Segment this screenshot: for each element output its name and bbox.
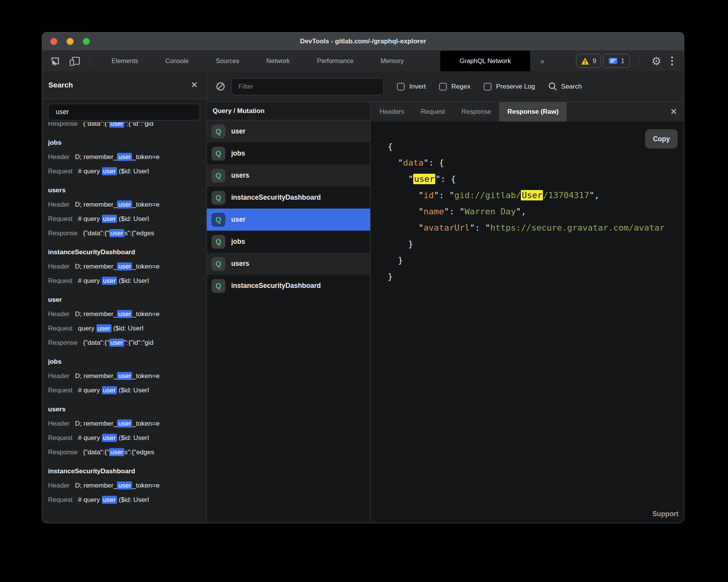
search-result-row[interactable]: Request# query user ($id: UserI xyxy=(48,431,206,445)
search-result-text: {"data":{" xyxy=(83,122,109,127)
support-link[interactable]: Support xyxy=(652,510,678,518)
tab-network[interactable]: Network xyxy=(266,57,290,65)
warnings-badge[interactable]: 9 xyxy=(576,54,601,68)
search-result-text: D; remember_ xyxy=(75,372,117,380)
tab-sources[interactable]: Sources xyxy=(216,57,239,65)
tab-elements[interactable]: Elements xyxy=(112,57,138,65)
detail-tab-response-raw-[interactable]: Response (Raw) xyxy=(499,102,567,122)
query-item[interactable]: Qjobs xyxy=(207,231,370,253)
query-type-badge: Q xyxy=(211,147,225,161)
filter-checkboxes: InvertRegexPreserve Log xyxy=(384,83,535,91)
inspect-element-icon[interactable] xyxy=(50,56,61,67)
search-result-row[interactable]: Response{"data":{"user":{"id":"gid xyxy=(48,336,206,350)
network-search-button[interactable]: Search xyxy=(548,82,582,91)
query-item-label: instanceSecurityDashboard xyxy=(231,282,321,290)
detail-tab-response[interactable]: Response xyxy=(453,102,500,122)
search-result-text: D; remember_ xyxy=(75,153,117,161)
search-result-row[interactable]: Response{"data":{"user":{"id":"gid xyxy=(48,122,206,131)
search-result-row[interactable]: HeaderD; remember_user_token=e xyxy=(48,416,206,431)
query-item[interactable]: Quser xyxy=(207,120,370,142)
search-result-text: ($id: UserI xyxy=(117,215,149,223)
json-line: "user": { xyxy=(388,171,684,187)
tab-performance[interactable]: Performance xyxy=(317,57,353,65)
search-result-row[interactable]: HeaderD; remember_user_token=e xyxy=(48,150,206,164)
search-result-row[interactable]: Requestquery user ($id: UserI xyxy=(48,321,206,336)
tab-graphql-network[interactable]: GraphQL Network xyxy=(440,51,530,71)
settings-gear-icon[interactable]: ⚙ xyxy=(651,51,661,71)
search-result-text: # query xyxy=(78,277,101,284)
search-result-row[interactable]: HeaderD; remember_user_token=e xyxy=(48,478,206,493)
search-result-text: query xyxy=(78,325,96,332)
search-match-highlight: user xyxy=(102,496,117,504)
search-result-text: D; remember_ xyxy=(75,420,117,427)
checkbox-invert[interactable]: Invert xyxy=(397,83,426,91)
query-item-label: users xyxy=(231,260,249,268)
search-result-row[interactable]: Response{"data":{"users":{"edges xyxy=(48,445,206,459)
json-line: } xyxy=(388,252,684,269)
search-section-name: instanceSecurityDashboard xyxy=(48,245,206,259)
search-result-row-clipped[interactable]: Response{"data":{"user":{"id":"gid xyxy=(48,122,206,131)
main-area: Search ✕ Response{"data":{"user":{"id":"… xyxy=(42,71,684,523)
search-result-row[interactable]: Request# query user ($id: UserI xyxy=(48,212,206,226)
copy-button[interactable]: Copy xyxy=(645,129,678,149)
search-result-text: _token=e xyxy=(132,372,159,380)
search-result-row[interactable]: Request# query user ($id: UserI xyxy=(48,274,206,288)
detail-close-icon[interactable]: ✕ xyxy=(670,102,677,122)
more-tabs-chevron[interactable]: » xyxy=(540,51,544,71)
device-toolbar-icon[interactable] xyxy=(69,56,80,67)
tab-memory[interactable]: Memory xyxy=(381,57,404,65)
query-item-label: jobs xyxy=(231,238,245,246)
search-result-text: D; remember_ xyxy=(75,310,117,318)
detail-tab-request[interactable]: Request xyxy=(412,102,453,122)
search-input[interactable] xyxy=(48,104,200,120)
query-item[interactable]: QinstanceSecurityDashboard xyxy=(207,187,370,209)
search-result-row[interactable]: Request# query user ($id: UserI xyxy=(48,164,206,178)
messages-badge[interactable]: 1 xyxy=(603,54,630,68)
json-token: ": { xyxy=(424,158,444,168)
search-result-row[interactable]: HeaderD; remember_user_token=e xyxy=(48,259,206,274)
search-result-row[interactable]: HeaderD; remember_user_token=e xyxy=(48,307,206,321)
search-result-label: Header xyxy=(48,420,70,427)
query-item[interactable]: Qusers xyxy=(207,164,370,187)
tab-console[interactable]: Console xyxy=(165,57,189,65)
json-response-view: { "data": { "user": { "id": "gid://gitla… xyxy=(371,122,684,285)
search-result-row[interactable]: HeaderD; remember_user_token=e xyxy=(48,369,206,383)
messages-count: 1 xyxy=(621,57,624,65)
search-match-highlight: user xyxy=(117,310,132,318)
query-item-label: user xyxy=(231,127,246,135)
checkbox-regex[interactable]: Regex xyxy=(439,83,470,91)
kebab-menu-icon[interactable] xyxy=(669,54,675,68)
search-result-text: {"data":{" xyxy=(83,448,109,456)
search-panel-header: Search ✕ xyxy=(42,71,206,99)
search-result-label: Request xyxy=(48,434,72,442)
search-match-highlight: user xyxy=(117,262,132,270)
search-result-row[interactable]: Request# query user ($id: UserI xyxy=(48,383,206,397)
checkbox-preserve-log[interactable]: Preserve Log xyxy=(484,83,535,91)
search-section-name: user xyxy=(48,293,206,307)
search-match-highlight: user xyxy=(117,481,132,490)
json-token: " xyxy=(388,190,424,200)
query-item[interactable]: Qjobs xyxy=(207,142,370,164)
detail-tab-headers[interactable]: Headers xyxy=(371,102,412,122)
checkbox-box xyxy=(397,83,405,91)
json-match-highlight: user xyxy=(413,174,435,184)
json-token: /13704317 xyxy=(543,190,589,200)
search-result-row[interactable]: Request# query user ($id: UserI xyxy=(48,493,206,507)
network-search-label: Search xyxy=(561,83,582,91)
query-item[interactable]: Quser xyxy=(207,209,370,231)
search-result-row[interactable]: Response{"data":{"users":{"edges xyxy=(48,226,206,240)
search-result-text: s":{"edges xyxy=(124,229,154,237)
query-item-label: user xyxy=(231,216,246,224)
search-match-highlight: user xyxy=(102,215,117,223)
search-result-text: _token=e xyxy=(132,310,159,318)
json-token: id xyxy=(424,190,434,200)
search-result-text: D; remember_ xyxy=(75,263,117,270)
filter-input[interactable] xyxy=(231,78,384,95)
devtools-tabbar: ElementsConsoleSourcesNetworkPerformance… xyxy=(42,51,684,71)
search-result-row[interactable]: HeaderD; remember_user_token=e xyxy=(48,197,206,212)
query-item[interactable]: QinstanceSecurityDashboard xyxy=(207,275,370,297)
query-item[interactable]: Qusers xyxy=(207,253,370,275)
search-panel-title: Search xyxy=(48,81,73,89)
clear-icon[interactable] xyxy=(216,82,225,91)
search-close-icon[interactable]: ✕ xyxy=(191,81,198,89)
